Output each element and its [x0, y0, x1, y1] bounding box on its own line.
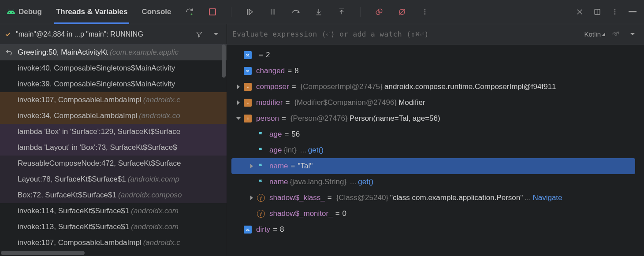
var-type-icon: [257, 146, 265, 154]
expand-arrow-icon[interactable]: [246, 195, 257, 200]
frame-label: invoke:107, ComposableLambdaImpl: [18, 96, 141, 104]
var-value: 2: [266, 51, 270, 59]
frame-row[interactable]: Box:72, SurfaceKt$Surface$1 (androidx.co…: [0, 187, 227, 203]
equals: =: [282, 114, 286, 123]
expand-arrow-icon[interactable]: [233, 84, 244, 89]
var-type-icon: [257, 178, 265, 186]
resume-icon[interactable]: [244, 6, 256, 18]
variable-row[interactable]: ≡composer={ComposerImpl@27475} androidx.…: [227, 79, 640, 95]
frame-label: Box:72, SurfaceKt$Surface$1: [18, 191, 116, 200]
equals: =: [335, 209, 340, 218]
var-type: {int}: [283, 146, 296, 155]
frame-row[interactable]: Layout:78, SurfaceKt$Surface$1 (androidx…: [0, 171, 227, 187]
separator: [360, 7, 361, 17]
variable-row[interactable]: name="Tal": [231, 158, 635, 174]
hide-icon[interactable]: [626, 6, 639, 18]
filter-icon[interactable]: [193, 28, 205, 41]
frame-row[interactable]: invoke:114, SurfaceKt$Surface$1 (android…: [0, 203, 227, 219]
thread-status-bar: "main"@24,884 in ...p "main": RUNNING: [0, 24, 227, 44]
variable-row[interactable]: age {int} ... get(): [227, 142, 640, 158]
frame-label: invoke:114, SurfaceKt$Surface$1: [18, 207, 129, 215]
more-icon[interactable]: [419, 6, 431, 18]
mute-breakpoints-icon[interactable]: [396, 6, 408, 18]
variable-row[interactable]: fshadow$_monitor_=0: [227, 206, 640, 222]
frame-label: invoke:107, ComposableLambdaImpl: [18, 238, 141, 247]
frame-context: (androidx.c: [143, 96, 180, 104]
expand-arrow-icon[interactable]: [233, 100, 244, 105]
equals: =: [291, 162, 295, 171]
step-out-icon[interactable]: [335, 6, 348, 18]
var-type: {Class@25240}: [336, 193, 388, 202]
variable-row[interactable]: 01dirty=8: [227, 222, 640, 237]
variable-row[interactable]: fshadow$_klass_={Class@25240} "class com…: [227, 190, 640, 206]
frame-row[interactable]: ReusableComposeNode:472, SurfaceKt$Surfa…: [0, 156, 227, 171]
var-name: modifier: [256, 98, 283, 107]
variable-row[interactable]: ≡modifier={Modifier$Companion@27496} Mod…: [227, 95, 640, 111]
frame-label: Greeting:50, MainActivityKt: [18, 48, 108, 57]
rerun-icon[interactable]: [183, 6, 196, 18]
tab-debug[interactable]: Debug: [5, 0, 44, 24]
frame-context: (androidx.c: [143, 238, 180, 247]
frame-row[interactable]: invoke:107, ComposableLambdaImpl (androi…: [0, 92, 227, 108]
step-into-icon[interactable]: [313, 6, 325, 18]
navigate-link[interactable]: Navigate: [532, 193, 562, 202]
variable-row[interactable]: 01changed=8: [227, 63, 640, 79]
evaluate-expression-input[interactable]: [232, 30, 580, 38]
expand-arrow-icon[interactable]: [246, 163, 257, 169]
var-name: person: [256, 114, 279, 123]
svg-point-22: [615, 33, 617, 35]
frame-row[interactable]: lambda 'Layout' in 'Box':73, SurfaceKt$S…: [0, 140, 227, 156]
drop-frame-icon[interactable]: [5, 49, 12, 56]
var-name: dirty: [256, 225, 270, 234]
layout-icon[interactable]: [591, 6, 603, 18]
frame-row[interactable]: invoke:40, ComposableSingletons$MainActi…: [0, 60, 227, 76]
frame-context: (com.example.applic: [110, 48, 179, 57]
svg-rect-4: [274, 9, 275, 15]
add-watch-icon[interactable]: [610, 28, 622, 41]
variable-row[interactable]: name {java.lang.String} ... get(): [227, 174, 640, 190]
frame-row[interactable]: invoke:34, ComposableLambdaImpl (android…: [0, 108, 227, 124]
language-label: Kotlin: [584, 30, 601, 38]
var-value: Person(name=Tal, age=56): [350, 114, 440, 123]
frame-row[interactable]: invoke:107, ComposableLambdaImpl (androi…: [0, 235, 227, 251]
var-value: androidx.compose.runtime.ComposerImpl@f9…: [384, 82, 556, 91]
frame-row[interactable]: invoke:39, ComposableSingletons$MainActi…: [0, 76, 227, 92]
frame-row[interactable]: lambda 'Box' in 'Surface':129, SurfaceKt…: [0, 124, 227, 140]
var-value: 56: [291, 130, 300, 139]
var-type-icon: ≡: [244, 83, 252, 91]
scrollbar-vertical[interactable]: [222, 45, 226, 78]
tab-debug-label: Debug: [19, 7, 42, 16]
variable-row[interactable]: ≡person={Person@27476} Person(name=Tal, …: [227, 111, 640, 126]
close-icon[interactable]: [573, 6, 586, 18]
variable-row[interactable]: age=56: [227, 126, 640, 142]
svg-point-13: [424, 13, 426, 15]
variable-row[interactable]: 01=2: [227, 47, 640, 63]
getter-link[interactable]: get(): [308, 146, 324, 155]
expression-dropdown-icon[interactable]: [626, 28, 639, 41]
scrollbar-horizontal[interactable]: [1, 251, 85, 255]
var-type: {ComposerImpl@27475}: [301, 82, 383, 91]
svg-rect-2: [247, 9, 248, 15]
step-over-icon[interactable]: [290, 6, 302, 18]
stop-icon[interactable]: [206, 6, 219, 18]
tab-console[interactable]: Console: [140, 0, 173, 24]
pause-icon[interactable]: [267, 6, 279, 18]
svg-rect-1: [209, 9, 216, 15]
var-type: {Person@27476}: [290, 114, 348, 123]
language-selector[interactable]: Kotlin: [584, 30, 605, 38]
equals: =: [273, 225, 277, 234]
frame-context: (androidx.comp: [128, 175, 179, 184]
var-type: {Modifier$Companion@27496}: [294, 98, 397, 107]
var-name: shadow$_monitor_: [269, 209, 333, 218]
getter-link[interactable]: get(): [358, 178, 373, 186]
dropdown-icon[interactable]: [210, 28, 222, 41]
expand-arrow-icon[interactable]: [233, 116, 244, 121]
options-icon[interactable]: [609, 6, 621, 18]
frame-row[interactable]: Greeting:50, MainActivityKt (com.example…: [0, 45, 227, 60]
var-type-icon: [257, 130, 265, 138]
var-name: composer: [256, 82, 289, 91]
frame-row[interactable]: invoke:113, SurfaceKt$Surface$1 (android…: [0, 219, 227, 235]
frame-label: invoke:34, ComposableLambdaImpl: [18, 111, 137, 120]
view-breakpoints-icon[interactable]: [373, 6, 385, 18]
tab-threads-variables[interactable]: Threads & Variables: [54, 0, 130, 24]
